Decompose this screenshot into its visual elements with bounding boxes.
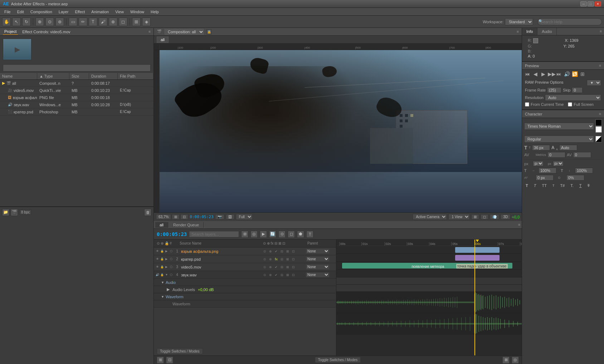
composition-dropdown[interactable]: Composition: all [164,28,204,35]
timeline-panel-menu[interactable]: ≡ [518,223,520,227]
px2-unit-select[interactable]: px [553,161,564,166]
waveform-expand-tri[interactable]: ▼ [161,295,164,299]
minimize-button[interactable]: ─ [580,1,587,6]
kerning-input[interactable] [547,152,565,158]
switch-3-2[interactable]: ⊕ [268,265,273,270]
col-name[interactable]: Name [0,73,37,79]
switch-2-6[interactable]: ⊡ [291,257,296,262]
timeline-current-time[interactable]: 0:00:05:23 [157,231,187,237]
3d-icon-3[interactable]: ⬡ [169,265,173,270]
lock-icon-2[interactable]: 🔒 [160,257,164,262]
views-select[interactable]: 1 View [448,214,470,220]
baseline-input[interactable] [536,175,554,181]
smallcaps-btn[interactable]: T [551,183,556,188]
style-select[interactable]: Regular [524,136,594,143]
tc-solo-btn[interactable]: ◎ [250,231,258,238]
switch-4-3[interactable]: ✔ [274,272,279,277]
switch-1-1[interactable]: ⊙ [262,249,267,254]
mask-btn[interactable]: ⊡ [180,214,188,220]
layer-row-2[interactable]: 👁 🔒 ▶ ⬡ 2 кратер.psd ⊙ ⊕ [154,255,336,263]
parent-select-2[interactable]: None [306,257,329,261]
menu-effect[interactable]: Effect [72,9,88,15]
comp-view[interactable] [160,50,522,212]
tool-stamp[interactable]: ⊗ [109,18,117,26]
switch-1-5[interactable]: ⊠ [285,249,290,254]
tb-btn-2[interactable]: ⊡ [166,356,173,364]
switch-4-2[interactable]: ⊕ [268,272,273,277]
resolution-select[interactable]: Auto Full Half Quarter [545,94,601,101]
skip-input[interactable] [572,87,583,93]
parent-select-1[interactable]: None [306,249,329,254]
fill-color-swatch[interactable] [595,119,602,126]
menu-edit[interactable]: Edit [14,9,27,15]
tool-rotate[interactable]: ↻ [22,18,31,26]
workspace-dropdown[interactable]: Standard [505,18,533,25]
stroke-color-swatch[interactable] [595,126,602,133]
menu-help[interactable]: Help [148,9,162,15]
tool-rect[interactable]: ▭ [69,18,77,26]
zoom-btn[interactable]: 63,7% [156,214,171,220]
tb-btn-3[interactable]: ⊠ [502,356,510,364]
audio-levels-tri[interactable]: ▶ [167,287,170,292]
prev-forward[interactable]: ▶▶ [548,71,554,77]
prev-last[interactable]: ⏭ [556,71,562,77]
layer-row-3[interactable]: 👁 🔒 ▶ ⬡ 3 video5.mov ⊙ ⊕ [154,263,336,271]
tool-hand[interactable]: ✋ [2,18,11,26]
eye-icon-2[interactable]: 👁 [155,257,160,262]
prev-back[interactable]: ◀ [532,71,539,77]
switch-4-6[interactable]: ⊡ [291,272,296,277]
hscale-input[interactable] [539,168,556,173]
expand-icon-4[interactable]: ▼ [165,272,169,277]
switch-3-3[interactable]: ✔ [274,265,279,270]
allcaps-btn[interactable]: TT [540,183,548,188]
pixel-aspect-btn[interactable]: ◻ [481,214,488,220]
lock-icon-3[interactable]: 🔒 [160,265,164,270]
comp-tab-all[interactable]: all [157,36,169,43]
switch-3-5[interactable]: ⊠ [285,265,290,270]
tool-roto[interactable]: ⊞ [132,18,141,26]
track-bar-1[interactable] [455,247,500,253]
from-current-checkbox[interactable] [525,102,529,107]
toggle-switches-btn[interactable]: Toggle Switches / Modes [157,348,203,354]
project-row-psd[interactable]: ⬛ кратер.psd Photoshop MB E:\Cap [0,108,154,115]
subscript-btn[interactable]: T. [569,183,575,188]
3d-icon-2[interactable]: ⬡ [169,257,173,262]
font-size-input[interactable] [532,145,550,151]
bpc-btn[interactable]: 8 bpc [19,210,31,215]
view-options-btn[interactable]: ⊞ [471,214,479,220]
tool-camera[interactable]: ⊕ [35,18,44,26]
tool-text[interactable]: T [89,18,97,26]
lock-icon[interactable]: 🔒 [206,29,211,34]
project-row-video5[interactable]: 🎥 video5.mov QuickTi...vie MB 0:00:10:23… [0,87,154,94]
tool-brush[interactable]: 🖌 [99,18,107,26]
tool-pen[interactable]: ✏ [79,18,87,26]
lock-icon-4[interactable]: 🔒 [160,272,164,277]
panel-menu-btn[interactable]: ≡ [148,30,151,34]
switch-1-3[interactable]: ✔ [274,249,279,254]
3d-icon-1[interactable]: ⬡ [169,249,173,254]
switch-4-5[interactable]: ⊠ [285,272,290,277]
prev-play[interactable]: ▶ [540,71,546,77]
layer-row-1[interactable]: 👁 🔒 ▶ ⬡ 1 взрыв асфальта.png ⊙ ⊕ [154,247,336,255]
comp-panel-menu[interactable]: ≡ [517,30,519,34]
bold-btn[interactable]: T [524,183,530,188]
layer-row-4[interactable]: 🔊 🔒 ▼ ⬡ 4 звук.wav ⊙ ⊕ ✔ [154,271,336,279]
tab-effect-controls[interactable]: Effect Controls: video5.mov [21,29,72,35]
project-row-wav[interactable]: 🔊 звук.wav Windows...e MB 0:00:10:28 D:\… [0,101,154,108]
project-row-all[interactable]: ▶ 🎬 all Composit..n ? 0:00:08:17 [0,80,154,87]
tb-btn-4[interactable]: ◎ [512,356,519,364]
underline-btn[interactable]: T [578,183,583,188]
tool-puppet[interactable]: ◈ [142,18,151,26]
grid-btn[interactable]: ⊞ [172,214,180,220]
new-folder-btn[interactable]: 📁 [2,209,9,216]
snapshot-btn[interactable]: 📷 [215,214,224,220]
col-filepath[interactable]: File Path [118,73,154,79]
tab-audio[interactable]: Audio [537,28,556,35]
tc-adj-btn[interactable]: ⊙ [278,231,286,238]
prev-first[interactable]: ⏮ [524,71,531,77]
menu-window[interactable]: Window [127,9,147,15]
timeline-tab-render-queue[interactable]: Render Queue [169,222,204,228]
vscale-input[interactable] [575,168,593,173]
show-snapshot-btn[interactable]: 🖼 [226,214,234,220]
project-row-png[interactable]: 🖼 взрыв асфальта.png PNG file MB 0:00:00… [0,94,154,101]
